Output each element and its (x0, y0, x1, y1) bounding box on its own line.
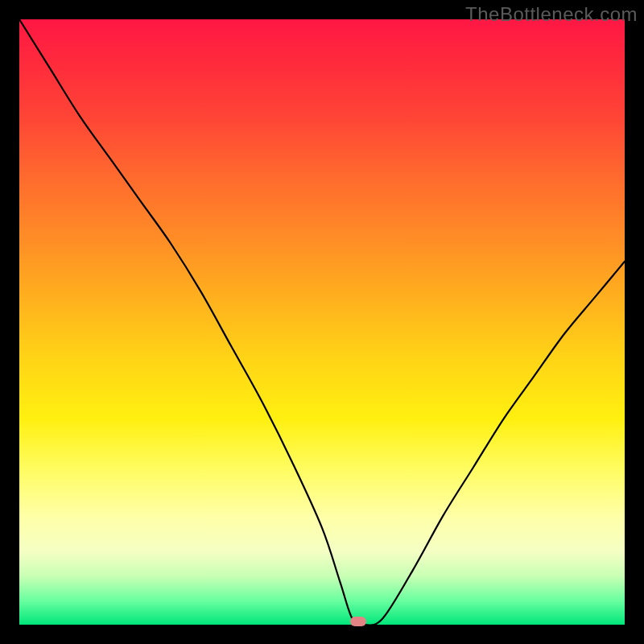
bottleneck-curve (19, 19, 625, 625)
watermark-text: TheBottleneck.com (465, 3, 638, 26)
optimal-point-marker (350, 617, 366, 626)
chart-frame: TheBottleneck.com (0, 0, 644, 644)
plot-area (19, 19, 625, 625)
